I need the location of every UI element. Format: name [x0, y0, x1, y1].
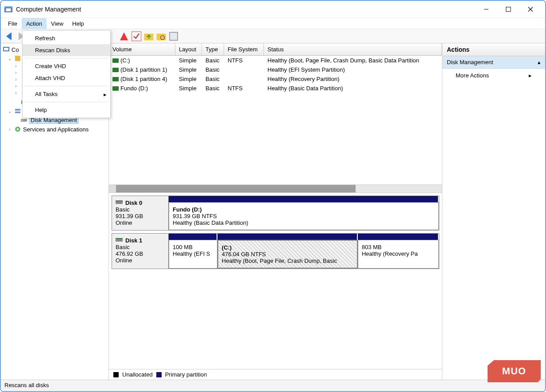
close-button[interactable] — [519, 1, 542, 18]
back-button[interactable] — [4, 31, 14, 42]
svg-rect-2 — [6, 8, 11, 12]
folder-search-icon[interactable] — [156, 31, 167, 42]
partition-label: Fundo (D:) — [173, 206, 435, 213]
partition-status: Healthy (Basic Data Partition) — [173, 219, 435, 226]
collapse-icon: ▴ — [538, 59, 541, 65]
svg-point-22 — [17, 128, 19, 130]
menu-bar: File Action View Help — [1, 18, 545, 29]
submenu-arrow-icon: ▸ — [104, 91, 107, 97]
maximize-button[interactable] — [497, 1, 519, 18]
partition-size: 931.39 GB NTFS — [173, 213, 435, 219]
partition-size: 100 MB — [173, 244, 213, 250]
menu-help[interactable]: Help — [68, 18, 89, 29]
svg-rect-24 — [116, 200, 123, 201]
menu-refresh[interactable]: Refresh — [23, 32, 110, 44]
svg-rect-18 — [15, 111, 20, 113]
disk-state: Online — [116, 219, 165, 226]
menu-separator — [25, 86, 108, 86]
col-status[interactable]: Status — [264, 43, 442, 55]
volume-row[interactable]: (Disk 1 partition 1)SimpleBasicHealthy (… — [109, 65, 442, 74]
menu-file[interactable]: File — [4, 18, 22, 29]
disk-row: Disk 0 Basic 931.39 GB Online Fundo (D:)… — [112, 196, 439, 231]
title-bar: Computer Management — [1, 1, 545, 18]
actions-more-actions[interactable]: More Actions▸ — [442, 69, 545, 82]
volume-icon — [112, 77, 119, 81]
disk-row: Disk 1 Basic 476.92 GB Online 100 MB Hea… — [112, 233, 439, 269]
status-bar: Rescans all disks — [1, 380, 545, 391]
horizontal-scrollbar[interactable] — [109, 184, 442, 192]
col-filesystem[interactable]: File System — [224, 43, 264, 55]
volume-row[interactable]: Fundo (D:)SimpleBasicNTFSHealthy (Basic … — [109, 84, 442, 93]
svg-rect-7 — [132, 31, 141, 41]
col-volume[interactable]: Volume — [109, 43, 175, 55]
svg-rect-1 — [4, 6, 12, 7]
disk-icon — [116, 200, 123, 206]
menu-attach-vhd[interactable]: Attach VHD — [23, 72, 110, 84]
svg-point-20 — [22, 120, 23, 121]
disk-header[interactable]: Disk 1 Basic 476.92 GB Online — [112, 234, 169, 269]
partition-size: 476.04 GB NTFS — [222, 251, 353, 257]
disk-icon — [116, 237, 123, 244]
svg-rect-26 — [116, 238, 123, 239]
muo-badge: MUO — [488, 360, 541, 382]
partition-status: Healthy (Boot, Page File, Crash Dump, Ba… — [222, 257, 353, 264]
volume-icon — [112, 86, 119, 91]
menu-all-tasks[interactable]: All Tasks▸ — [23, 88, 110, 100]
legend-primary-swatch — [156, 372, 162, 377]
col-type[interactable]: Type — [202, 43, 224, 55]
volume-list-header: Volume Layout Type File System Status — [109, 43, 442, 56]
app-icon — [4, 5, 12, 13]
volume-icon — [112, 68, 119, 72]
menu-create-vhd[interactable]: Create VHD — [23, 60, 110, 72]
disk-size: 931.39 GB — [116, 213, 165, 219]
computer-icon — [3, 46, 10, 53]
partition-status: Healthy (Recovery Pa — [362, 250, 435, 257]
col-layout[interactable]: Layout — [175, 43, 202, 55]
tools-icon — [14, 55, 21, 62]
action-dropdown: Refresh Rescan Disks Create VHD Attach V… — [22, 30, 111, 118]
disk-type: Basic — [116, 244, 165, 250]
actions-title: Actions — [442, 43, 545, 56]
partition-box[interactable]: 803 MB Healthy (Recovery Pa — [358, 240, 439, 269]
disk-state: Online — [116, 257, 165, 264]
svg-rect-13 — [4, 48, 8, 50]
window-title: Computer Management — [16, 6, 475, 13]
menu-rescan-disks[interactable]: Rescan Disks — [23, 44, 110, 56]
legend-unallocated-label: Unallocated — [122, 371, 153, 378]
partition-size: 803 MB — [362, 244, 435, 250]
services-icon — [14, 126, 21, 133]
partition-box-selected[interactable]: (C:) 476.04 GB NTFS Healthy (Boot, Page … — [217, 240, 358, 269]
actions-section-disk-management[interactable]: Disk Management▴ — [442, 56, 545, 69]
svg-rect-17 — [15, 109, 20, 111]
disk-header[interactable]: Disk 0 Basic 931.39 GB Online — [112, 196, 169, 230]
tree-services-apps[interactable]: ›Services and Applications — [1, 125, 108, 134]
menu-view[interactable]: View — [46, 18, 68, 29]
checklist-icon[interactable] — [131, 31, 142, 42]
legend: Unallocated Primary partition — [109, 369, 442, 380]
menu-action[interactable]: Action — [22, 18, 46, 29]
properties-icon[interactable] — [168, 31, 179, 42]
menu-help-item[interactable]: Help — [23, 104, 110, 116]
svg-rect-4 — [506, 7, 511, 12]
menu-separator — [25, 102, 108, 102]
volume-row[interactable]: (Disk 1 partition 4)SimpleBasicHealthy (… — [109, 74, 442, 84]
storage-icon — [14, 108, 21, 115]
minimize-button[interactable] — [475, 1, 497, 18]
folder-up-icon[interactable] — [143, 31, 154, 42]
volume-icon — [112, 58, 119, 63]
submenu-arrow-icon: ▸ — [529, 72, 532, 79]
disk-graphical-view: Disk 0 Basic 931.39 GB Online Fundo (D:)… — [109, 193, 442, 369]
red-action-icon[interactable] — [119, 31, 129, 42]
partition-box[interactable]: 100 MB Healthy (EFI S — [169, 240, 217, 269]
svg-rect-11 — [170, 32, 178, 40]
partition-label: (C:) — [222, 244, 353, 251]
actions-pane: Actions Disk Management▴ More Actions▸ — [442, 43, 545, 380]
legend-primary-label: Primary partition — [165, 371, 207, 378]
partition-box[interactable]: Fundo (D:) 931.39 GB NTFS Healthy (Basic… — [169, 202, 439, 230]
volume-list: (C:)SimpleBasicNTFSHealthy (Boot, Page F… — [109, 56, 442, 193]
main-content: Volume Layout Type File System Status (C… — [109, 43, 442, 380]
legend-unallocated-swatch — [113, 372, 119, 377]
svg-rect-14 — [15, 56, 20, 61]
status-text: Rescans all disks — [4, 382, 49, 388]
volume-row[interactable]: (C:)SimpleBasicNTFSHealthy (Boot, Page F… — [109, 56, 442, 65]
